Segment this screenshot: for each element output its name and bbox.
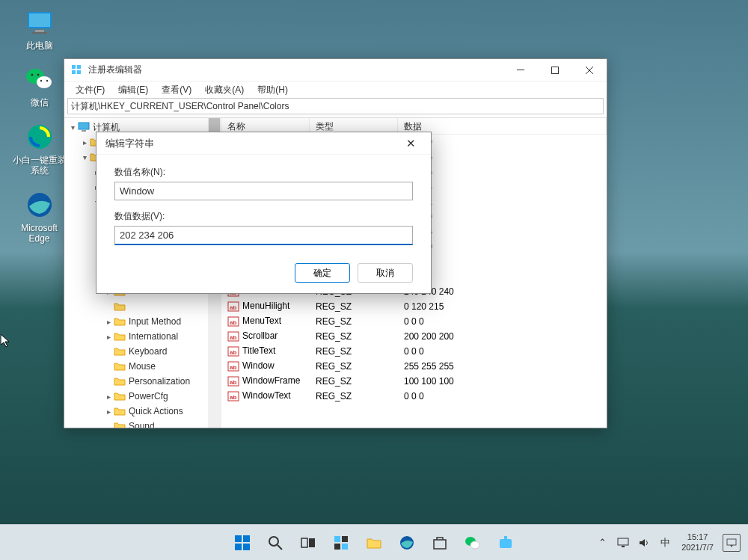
wechat-taskbar-button[interactable]: [458, 528, 488, 558]
regedit-icon: [70, 64, 82, 76]
menu-file[interactable]: 文件(F): [69, 82, 111, 98]
list-row[interactable]: abMenuHilightREG_SZ0 120 215: [221, 299, 607, 314]
chevron-right-icon[interactable]: ▸: [103, 407, 114, 416]
network-icon[interactable]: [616, 535, 631, 550]
list-row[interactable]: abMenuTextREG_SZ0 0 0: [221, 314, 607, 329]
svg-point-40: [269, 537, 278, 546]
wechat-icon: [25, 64, 55, 94]
svg-rect-14: [72, 70, 76, 74]
desktop-icon-wechat[interactable]: 微信: [11, 64, 67, 108]
string-value-icon: ab: [227, 375, 239, 387]
svg-rect-39: [243, 544, 250, 550]
chevron-right-icon[interactable]: ▸: [79, 138, 90, 147]
close-button[interactable]: [572, 59, 607, 81]
chevron-down-icon[interactable]: ▾: [79, 153, 90, 161]
folder-icon: [114, 331, 126, 342]
svg-point-7: [37, 74, 39, 76]
chevron-right-icon[interactable]: ▸: [103, 393, 114, 401]
list-row[interactable]: abWindowFrameREG_SZ100 100 100: [221, 374, 607, 389]
tree-item-personalization[interactable]: Personalization: [103, 374, 221, 389]
svg-text:ab: ab: [230, 304, 236, 311]
svg-text:ab: ab: [230, 334, 236, 341]
svg-rect-2: [35, 30, 44, 32]
app-button[interactable]: [491, 528, 521, 558]
ime-indicator[interactable]: 中: [657, 535, 672, 550]
dialog-close-button[interactable]: ✕: [399, 133, 422, 154]
string-value-icon: ab: [227, 316, 239, 327]
dialog-title: 编辑字符串: [105, 137, 154, 150]
edge-icon: [25, 190, 55, 220]
cancel-button[interactable]: 取消: [358, 263, 413, 283]
tray-chevron-icon[interactable]: ⌃: [595, 535, 610, 550]
cell-type: REG_SZ: [310, 376, 398, 387]
tree-item-input-method[interactable]: ▸Input Method: [103, 314, 221, 329]
tree-item-mouse[interactable]: Mouse: [103, 359, 221, 374]
task-view-button[interactable]: [293, 528, 323, 558]
list-row[interactable]: abScrollbarREG_SZ200 200 200: [221, 329, 607, 344]
value-data-input[interactable]: [114, 226, 413, 245]
tree-item-powercfg[interactable]: ▸PowerCfg: [103, 389, 221, 404]
cell-type: REG_SZ: [310, 316, 398, 327]
svg-rect-36: [235, 535, 242, 542]
svg-rect-44: [334, 536, 340, 542]
menu-edit[interactable]: 编辑(E): [111, 82, 155, 98]
tree-spacer: [103, 348, 114, 356]
title-bar[interactable]: 注册表编辑器: [64, 59, 607, 81]
svg-point-9: [46, 80, 47, 81]
chevron-right-icon[interactable]: ▸: [103, 318, 114, 326]
volume-icon[interactable]: [637, 535, 652, 550]
svg-rect-49: [434, 540, 446, 549]
cell-name: abScrollbar: [221, 330, 310, 342]
menu-help[interactable]: 帮助(H): [251, 82, 295, 98]
svg-rect-16: [517, 70, 524, 70]
chevron-right-icon[interactable]: ▸: [103, 333, 114, 341]
ok-button[interactable]: 确定: [295, 263, 350, 283]
svg-rect-13: [77, 65, 81, 69]
desktop-icon-xiaobai[interactable]: 小白一键重装系统: [11, 122, 67, 176]
notifications-button[interactable]: [723, 534, 741, 552]
cell-data: 0 120 215: [398, 301, 607, 312]
start-button[interactable]: [227, 528, 257, 558]
tree-item[interactable]: [103, 299, 221, 314]
folder-icon: [114, 391, 126, 401]
list-row[interactable]: abWindowTextREG_SZ0 0 0: [221, 389, 607, 404]
store-button[interactable]: [425, 528, 455, 558]
explorer-button[interactable]: [359, 528, 389, 558]
desktop-icon-edge[interactable]: Microsoft Edge: [11, 190, 67, 244]
svg-point-6: [31, 74, 33, 76]
tree-item-international[interactable]: ▸International: [103, 329, 221, 344]
search-button[interactable]: [260, 528, 290, 558]
chevron-down-icon[interactable]: ▾: [67, 123, 78, 132]
minimize-button[interactable]: [503, 59, 538, 81]
tree-item-sound[interactable]: Sound: [103, 419, 221, 428]
tree-label: PowerCfg: [129, 391, 168, 401]
tree-item-quick-actions[interactable]: ▸Quick Actions: [103, 404, 221, 419]
list-row[interactable]: abWindowREG_SZ255 255 255: [221, 359, 607, 374]
svg-point-51: [470, 541, 479, 549]
svg-rect-47: [342, 544, 348, 550]
menu-favorites[interactable]: 收藏夹(A): [198, 82, 251, 98]
cell-data: 100 100 100: [398, 376, 607, 387]
dialog-title-bar[interactable]: 编辑字符串 ✕: [96, 132, 431, 155]
menu-view[interactable]: 查看(V): [155, 82, 198, 98]
list-row[interactable]: abTitleTextREG_SZ0 0 0: [221, 344, 607, 359]
tree-item-keyboard[interactable]: Keyboard: [103, 344, 221, 359]
svg-rect-37: [243, 535, 250, 542]
computer-icon: [78, 122, 90, 132]
widgets-button[interactable]: [326, 528, 356, 558]
taskbar: ⌃ 中 15:17 2021/7/7: [0, 524, 748, 560]
desktop-icon-label: Microsoft Edge: [11, 223, 67, 244]
tree-label: International: [129, 331, 178, 342]
maximize-button[interactable]: [538, 59, 572, 81]
value-name-input[interactable]: [114, 182, 413, 200]
window-title: 注册表编辑器: [88, 64, 503, 76]
cell-name: abWindowFrame: [221, 375, 310, 387]
address-bar[interactable]: 计算机\HKEY_CURRENT_USER\Control Panel\Colo…: [67, 98, 604, 114]
tree-spacer: [103, 303, 114, 311]
cell-data: 200 200 200: [398, 331, 607, 342]
cell-type: REG_SZ: [310, 301, 398, 312]
clock[interactable]: 15:17 2021/7/7: [678, 532, 717, 553]
svg-rect-17: [552, 67, 559, 73]
desktop-icon-this-pc[interactable]: 此电脑: [11, 7, 67, 51]
edge-taskbar-button[interactable]: [392, 528, 422, 558]
